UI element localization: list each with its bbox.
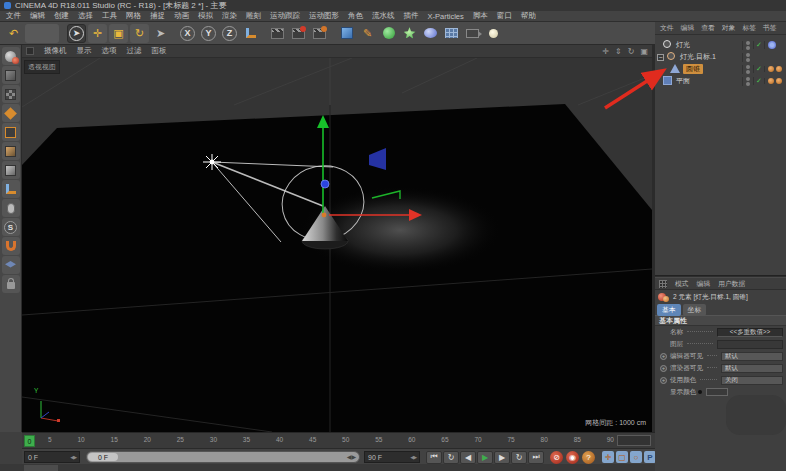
previous-frame-button[interactable]: ◀ (460, 451, 476, 464)
add-primitive-button[interactable] (337, 24, 356, 43)
add-environment-button[interactable] (421, 24, 440, 43)
record-keyframe-button[interactable]: ⊘ (550, 451, 563, 464)
rotate-view-icon[interactable]: ↻ (628, 47, 635, 56)
key-position-toggle[interactable]: ✛ (602, 451, 614, 463)
om-menu-edit[interactable]: 编辑 (681, 23, 695, 33)
viewport-solo-button[interactable] (2, 199, 20, 217)
menu-simulate[interactable]: 模拟 (198, 11, 213, 21)
goto-start-button[interactable]: ⏮ (426, 451, 442, 464)
am-menu-edit[interactable]: 编辑 (697, 279, 711, 289)
perspective-viewport[interactable]: 摄像机 显示 选项 过滤 面板 ✛ ⇕ ↻ ▣ 透视视图 网格间距 : 1000… (22, 45, 652, 432)
make-editable-button[interactable] (2, 47, 20, 65)
object-row-cone[interactable]: 圆锥 ✓ (655, 63, 786, 75)
om-menu-tags[interactable]: 标签 (742, 23, 756, 33)
autokey-button[interactable]: ◉ (566, 451, 579, 464)
vp-menu-display[interactable]: 显示 (77, 46, 92, 56)
lock-workplane-button[interactable] (2, 275, 20, 293)
end-frame-field[interactable]: 90 F◀▶ (364, 451, 420, 463)
current-frame-field[interactable]: 0 F◀▶ (24, 451, 80, 463)
ruler-end-box[interactable] (617, 435, 651, 446)
vp-menu-filter[interactable]: 过滤 (127, 46, 142, 56)
menu-pipeline[interactable]: 流水线 (372, 11, 395, 21)
menu-script[interactable]: 脚本 (473, 11, 488, 21)
zoom-view-icon[interactable]: ⇕ (615, 47, 622, 56)
menu-edit[interactable]: 编辑 (30, 11, 45, 21)
pan-view-icon[interactable]: ✛ (602, 47, 609, 56)
menu-plugins[interactable]: 插件 (404, 11, 419, 21)
visibility-dots[interactable] (742, 77, 750, 86)
polygons-mode-button[interactable] (2, 142, 20, 160)
menu-select[interactable]: 选择 (78, 11, 93, 21)
next-frame-button[interactable]: ▶ (494, 451, 510, 464)
scale-tool[interactable]: ▣ (109, 24, 128, 43)
object-mode-button[interactable] (2, 161, 20, 179)
key-rotation-toggle[interactable]: ○ (630, 451, 642, 463)
vp-menu-panel[interactable]: 面板 (152, 46, 167, 56)
play-mode-button[interactable]: ↻ (443, 451, 459, 464)
timeline-playhead[interactable]: 0 (24, 435, 35, 447)
visibility-dots[interactable] (742, 65, 750, 74)
object-manager-tree[interactable]: 灯光 ✓ − 灯光.目标.1 (655, 35, 786, 275)
last-used-tool[interactable]: ➤ (151, 24, 170, 43)
toggle-view-icon[interactable]: ▣ (640, 47, 648, 56)
light-source-star[interactable] (203, 154, 221, 170)
om-menu-objects[interactable]: 对象 (722, 23, 736, 33)
ground-plane[interactable] (22, 104, 652, 432)
move-tool[interactable]: ✛ (88, 24, 107, 43)
expand-toggle[interactable]: − (657, 54, 664, 61)
menu-window[interactable]: 窗口 (497, 11, 512, 21)
add-floor-button[interactable] (442, 24, 461, 43)
add-generator-button[interactable] (379, 24, 398, 43)
undo-button[interactable]: ↶ (4, 24, 23, 43)
menu-motion-tracker[interactable]: 运动跟踪 (270, 11, 300, 21)
render-active-view-button[interactable] (268, 24, 287, 43)
visibility-dots[interactable] (742, 53, 750, 62)
viewport-canvas[interactable] (22, 45, 652, 432)
enabled-check[interactable]: ✓ (753, 65, 761, 73)
texture-mode-button[interactable] (2, 85, 20, 103)
display-color-swatch[interactable] (706, 388, 728, 396)
om-menu-bookmarks[interactable]: 书签 (763, 23, 777, 33)
light-tag[interactable] (764, 41, 784, 49)
tab-coordinates[interactable]: 坐标 (683, 304, 707, 316)
workplane-button[interactable] (2, 256, 20, 274)
menu-tools[interactable]: 工具 (102, 11, 117, 21)
plane-tags[interactable] (764, 78, 784, 84)
z-axis-handle[interactable] (321, 180, 329, 188)
key-scale-toggle[interactable]: ▢ (616, 451, 628, 463)
rotate-tool[interactable]: ↻ (130, 24, 149, 43)
am-grid-icon[interactable] (659, 280, 667, 288)
coordinate-system-button[interactable] (241, 24, 260, 43)
om-menu-file[interactable]: 文件 (660, 23, 674, 33)
menu-animate[interactable]: 动画 (174, 11, 189, 21)
lock-y-axis-button[interactable]: Y (199, 24, 218, 43)
points-mode-button[interactable] (2, 104, 20, 122)
add-spline-button[interactable]: ✎ (358, 24, 377, 43)
slider-end-arrows-icon[interactable]: ◀▶ (347, 453, 356, 460)
lock-x-axis-button[interactable]: X (178, 24, 197, 43)
editor-visible-dropdown[interactable]: 默认 (721, 352, 783, 361)
menu-xparticles[interactable]: X-Particles (428, 12, 464, 21)
object-row-target-light[interactable]: − 灯光.目标.1 (655, 51, 786, 63)
keyframe-selection-button[interactable]: ? (582, 451, 595, 464)
menu-render[interactable]: 渲染 (222, 11, 237, 21)
edges-mode-button[interactable] (2, 123, 20, 141)
enable-axis-button[interactable] (2, 180, 20, 198)
gizmo-origin[interactable] (322, 213, 327, 218)
render-picture-viewer-button[interactable] (289, 24, 308, 43)
use-color-dropdown[interactable]: 关闭 (721, 376, 783, 385)
lock-z-axis-button[interactable]: Z (220, 24, 239, 43)
enable-snap-button[interactable]: S (2, 218, 20, 236)
layer-field[interactable] (717, 340, 783, 349)
material-manager-stub[interactable] (24, 465, 58, 471)
expand-circle-icon[interactable]: + (660, 377, 667, 384)
renderer-visible-dropdown[interactable]: 默认 (721, 364, 783, 373)
expand-circle-icon[interactable]: + (660, 365, 667, 372)
vp-menu-cameras[interactable]: 摄像机 (44, 46, 67, 56)
render-settings-button[interactable] (310, 24, 329, 43)
add-deformer-button[interactable] (400, 24, 419, 43)
add-light-button[interactable] (484, 24, 503, 43)
model-mode-button[interactable] (2, 66, 20, 84)
object-row-plane[interactable]: 平面 ✓ (655, 75, 786, 87)
tab-basic[interactable]: 基本 (657, 304, 681, 316)
